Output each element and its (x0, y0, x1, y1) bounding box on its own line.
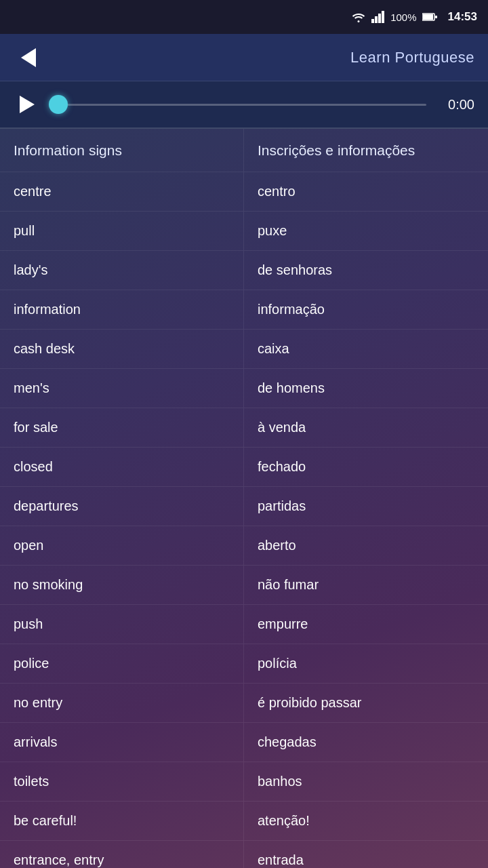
vocab-english: police (0, 644, 244, 683)
vocab-portuguese: de senhoras (244, 251, 488, 290)
vocab-portuguese: polícia (244, 644, 488, 683)
list-item[interactable]: toiletsbanhos (0, 762, 488, 802)
vocab-english: closed (0, 448, 244, 486)
list-item[interactable]: openaberto (0, 526, 488, 566)
vocab-english: information (0, 290, 244, 329)
vocab-english: men's (0, 369, 244, 408)
status-icons: 100% 14:53 (351, 10, 477, 24)
column-header-portuguese: Inscrições e informações (244, 129, 488, 172)
vocab-portuguese: caixa (244, 330, 488, 368)
list-item[interactable]: be careful!atenção! (0, 802, 488, 841)
signal-icon (371, 11, 385, 23)
status-bar: 100% 14:53 (0, 0, 488, 34)
svg-rect-6 (435, 16, 437, 18)
play-button[interactable] (14, 92, 38, 117)
vocab-portuguese: atenção! (244, 802, 488, 840)
vocab-english: departures (0, 487, 244, 526)
vocab-portuguese: banhos (244, 762, 488, 801)
vocab-english: toilets (0, 762, 244, 801)
vocab-english: cash desk (0, 330, 244, 368)
app-header: Learn Portuguese (0, 34, 488, 81)
list-header-row: Information signs Inscrições e informaçõ… (0, 129, 488, 172)
vocab-english: no entry (0, 684, 244, 722)
vocab-portuguese: entrada (244, 841, 488, 868)
vocab-portuguese: de homens (244, 369, 488, 408)
wifi-icon (351, 11, 366, 23)
svg-rect-0 (371, 19, 374, 23)
vocab-portuguese: à venda (244, 408, 488, 447)
vocab-portuguese: fechado (244, 448, 488, 486)
svg-rect-1 (375, 16, 378, 23)
list-item[interactable]: entrance, entryentrada (0, 841, 488, 868)
audio-time: 0:00 (437, 97, 474, 113)
vocab-portuguese: informação (244, 290, 488, 329)
vocab-portuguese: empurre (244, 605, 488, 644)
list-item[interactable]: informationinformação (0, 290, 488, 330)
audio-slider[interactable] (49, 92, 426, 117)
back-button[interactable] (14, 43, 43, 73)
vocab-portuguese: chegadas (244, 723, 488, 762)
vocab-english: be careful! (0, 802, 244, 840)
vocab-english: centre (0, 172, 244, 211)
list-item[interactable]: pushempurre (0, 605, 488, 644)
battery-text: 100% (390, 12, 416, 23)
svg-rect-5 (423, 14, 433, 20)
list-item[interactable]: pullpuxe (0, 212, 488, 251)
svg-rect-2 (378, 14, 381, 23)
list-item[interactable]: cash deskcaixa (0, 330, 488, 369)
status-time: 14:53 (448, 10, 477, 24)
battery-icon (422, 12, 437, 22)
list-item[interactable]: for saleà venda (0, 408, 488, 448)
vocab-english: open (0, 526, 244, 565)
vocab-english: for sale (0, 408, 244, 447)
vocab-english: no smoking (0, 566, 244, 604)
slider-thumb (49, 95, 68, 114)
vocab-portuguese: puxe (244, 212, 488, 250)
slider-track (49, 104, 426, 106)
vocab-portuguese: é proibido passar (244, 684, 488, 722)
list-item[interactable]: departurespartidas (0, 487, 488, 526)
vocab-english: pull (0, 212, 244, 250)
vocabulary-list: Information signs Inscrições e informaçõ… (0, 129, 488, 868)
list-item[interactable]: men'sde homens (0, 369, 488, 408)
list-item[interactable]: arrivalschegadas (0, 723, 488, 762)
vocab-english: arrivals (0, 723, 244, 762)
app-title: Learn Portuguese (43, 49, 474, 66)
vocab-portuguese: aberto (244, 526, 488, 565)
list-item[interactable]: policepolícia (0, 644, 488, 684)
vocab-portuguese: partidas (244, 487, 488, 526)
vocab-portuguese: centro (244, 172, 488, 211)
column-header-english: Information signs (0, 129, 244, 172)
list-item[interactable]: lady'sde senhoras (0, 251, 488, 290)
back-arrow-icon (21, 48, 36, 67)
list-item[interactable]: centrecentro (0, 172, 488, 212)
vocab-english: entrance, entry (0, 841, 244, 868)
vocab-portuguese: não fumar (244, 566, 488, 604)
vocab-english: push (0, 605, 244, 644)
list-item[interactable]: closedfechado (0, 448, 488, 487)
audio-player: 0:00 (0, 81, 488, 129)
vocab-english: lady's (0, 251, 244, 290)
svg-rect-3 (382, 11, 384, 23)
play-icon (20, 96, 35, 113)
list-item[interactable]: no entryé proibido passar (0, 684, 488, 723)
list-item[interactable]: no smokingnão fumar (0, 566, 488, 605)
